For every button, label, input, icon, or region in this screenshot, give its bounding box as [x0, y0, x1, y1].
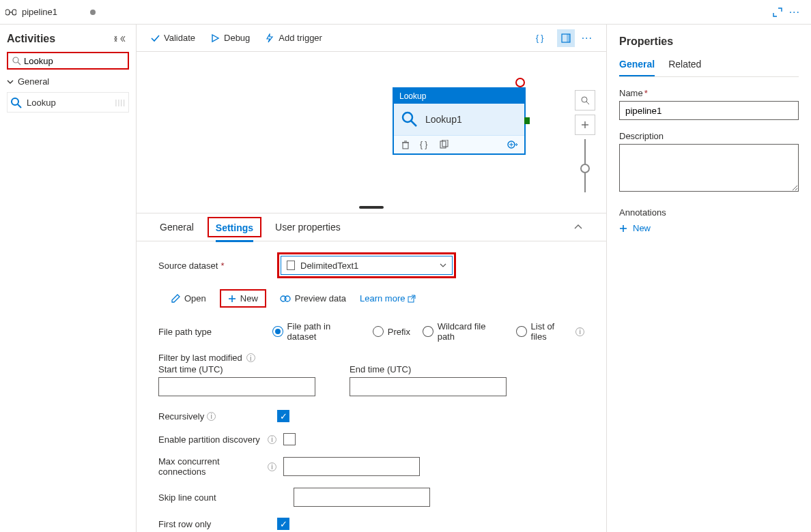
pipeline-tab[interactable]: pipeline1: [5, 7, 96, 17]
collapse-panel-icon[interactable]: [573, 224, 583, 231]
info-icon[interactable]: i: [575, 327, 584, 336]
info-icon[interactable]: i: [246, 353, 255, 362]
svg-line-6: [18, 104, 21, 108]
chevron-down-icon: [7, 78, 14, 85]
new-annotation-label: New: [633, 223, 651, 233]
radio-wildcard[interactable]: Wildcard file path: [423, 321, 504, 342]
properties-title: Properties: [619, 35, 799, 48]
name-input[interactable]: [619, 101, 799, 120]
svg-text:{ }: { }: [420, 140, 427, 149]
canvas-toolbar: Validate Debug Add trigger { } ···: [137, 25, 606, 52]
properties-panel: Properties General Related Name* Descrip…: [606, 25, 811, 532]
info-icon[interactable]: i: [268, 435, 276, 444]
recursively-checkbox[interactable]: ✓: [277, 410, 289, 422]
tab-title: pipeline1: [22, 7, 57, 17]
annotation-highlight: [515, 78, 525, 87]
debug-button[interactable]: Debug: [210, 33, 250, 43]
dropdown-value: DelimitedText1: [300, 261, 358, 271]
unsaved-indicator: [90, 10, 96, 15]
prop-tab-general[interactable]: General: [619, 59, 655, 76]
skip-line-input[interactable]: [294, 488, 430, 507]
open-button[interactable]: Open: [171, 293, 206, 304]
svg-point-21: [582, 97, 587, 102]
partition-label: Enable partition discovery: [158, 434, 268, 445]
preview-icon: [280, 295, 291, 303]
zoom-slider[interactable]: [584, 139, 586, 192]
activity-label: Lookup: [27, 98, 56, 108]
success-connector[interactable]: [524, 117, 530, 124]
add-trigger-button[interactable]: Add trigger: [265, 33, 322, 43]
expand-node-icon[interactable]: [507, 140, 517, 149]
validate-label: Validate: [164, 33, 195, 43]
pipeline-icon: [5, 8, 16, 16]
prop-tab-related[interactable]: Related: [668, 59, 701, 76]
info-icon[interactable]: i: [207, 412, 216, 421]
svg-point-3: [13, 57, 18, 63]
pipeline-canvas[interactable]: Lookup Lookup1 { }: [137, 52, 606, 532]
center-pane: Validate Debug Add trigger { } ···: [137, 25, 606, 532]
svg-rect-0: [5, 10, 10, 15]
code-view-button[interactable]: { }: [532, 29, 550, 47]
source-dataset-dropdown[interactable]: DelimitedText1: [281, 256, 453, 275]
config-tabs: General Settings User properties: [137, 213, 606, 241]
properties-toggle-button[interactable]: [557, 29, 575, 47]
max-conn-input[interactable]: [283, 457, 420, 476]
category-general[interactable]: General: [7, 76, 129, 87]
debug-label: Debug: [224, 33, 250, 43]
open-label: Open: [184, 293, 206, 304]
settings-panel: Source dataset * DelimitedText1: [137, 241, 606, 532]
description-textarea[interactable]: [619, 144, 799, 192]
toolbar-more-button[interactable]: ···: [582, 32, 593, 44]
lookup-icon: [10, 97, 21, 108]
preview-button[interactable]: Preview data: [280, 293, 346, 304]
end-time-input[interactable]: [350, 377, 507, 396]
tab-settings[interactable]: Settings: [216, 216, 253, 242]
more-menu[interactable]: ···: [789, 6, 800, 18]
radio-prefix[interactable]: Prefix: [373, 326, 410, 337]
drag-handle-icon: ||||: [115, 98, 126, 106]
fit-view-button[interactable]: [575, 90, 595, 110]
recursively-label: Recursively i: [158, 411, 277, 422]
first-row-checkbox[interactable]: ✓: [277, 518, 289, 530]
start-time-input[interactable]: [158, 377, 315, 396]
copy-icon[interactable]: [439, 140, 449, 149]
collapse-sidebar-icon[interactable]: [113, 35, 129, 43]
expand-icon[interactable]: [773, 8, 782, 17]
external-link-icon: [408, 295, 416, 303]
partition-checkbox[interactable]: [283, 433, 296, 445]
zoom-thumb[interactable]: [580, 164, 590, 173]
svg-line-4: [18, 62, 20, 65]
tab-user-properties[interactable]: User properties: [275, 215, 341, 239]
lookup-activity-node[interactable]: Lookup Lookup1 { }: [393, 87, 526, 155]
new-button[interactable]: New: [228, 293, 258, 304]
panel-resize-handle[interactable]: [359, 206, 384, 209]
activities-search-input[interactable]: [24, 56, 124, 66]
validate-button[interactable]: Validate: [150, 33, 195, 43]
plus-icon: [619, 224, 627, 233]
zoom-in-button[interactable]: [575, 115, 595, 135]
learn-more-label: Learn more: [360, 293, 405, 304]
new-annotation-button[interactable]: New: [619, 223, 799, 233]
trigger-icon: [265, 33, 274, 43]
file-icon: [287, 261, 295, 270]
check-icon: [150, 33, 160, 43]
start-time-label: Start time (UTC): [158, 364, 315, 374]
info-icon[interactable]: i: [268, 462, 276, 471]
node-header: Lookup: [394, 89, 524, 104]
description-label: Description: [619, 131, 799, 141]
radio-file-path-dataset[interactable]: File path in dataset: [272, 321, 360, 342]
activities-search[interactable]: [7, 52, 129, 70]
svg-point-10: [403, 113, 412, 122]
filter-modified-label: Filter by last modified: [158, 353, 242, 363]
plus-icon: [228, 295, 236, 303]
activities-title: Activities: [7, 33, 55, 45]
activity-lookup[interactable]: Lookup ||||: [7, 92, 129, 113]
radio-list-files[interactable]: List of filesi: [516, 321, 584, 342]
learn-more-link[interactable]: Learn more: [360, 293, 416, 304]
svg-point-5: [12, 98, 18, 105]
code-icon[interactable]: { }: [420, 140, 429, 149]
delete-icon[interactable]: [401, 140, 410, 149]
svg-line-11: [411, 121, 416, 126]
search-icon: [12, 57, 21, 65]
tab-general[interactable]: General: [160, 215, 194, 239]
